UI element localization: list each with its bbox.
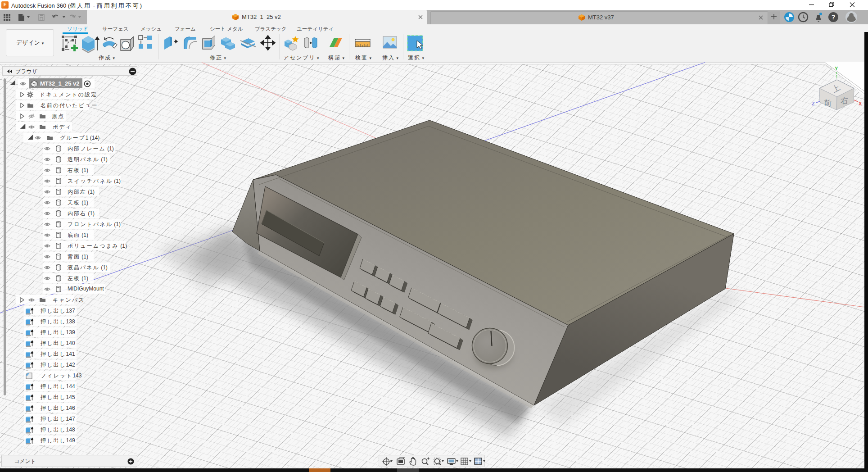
svg-text:前: 前 [824,98,832,108]
svg-text:Y: Y [835,66,838,71]
svg-text:右: 右 [841,96,848,105]
svg-text:X: X [859,101,862,106]
svg-text:Z: Z [812,101,815,106]
